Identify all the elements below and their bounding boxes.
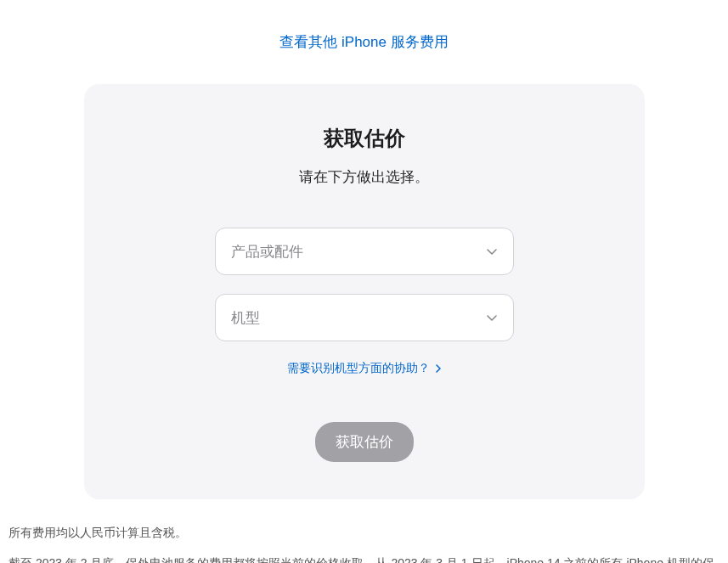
chevron-down-icon — [486, 245, 498, 257]
product-select-placeholder: 产品或配件 — [231, 242, 303, 262]
model-select-wrapper: 机型 — [215, 294, 514, 341]
get-estimate-button[interactable]: 获取估价 — [315, 422, 414, 462]
help-link-wrapper: 需要识别机型方面的协助？ — [127, 360, 602, 376]
model-select[interactable]: 机型 — [215, 294, 514, 341]
footnote-price-change-text: 截至 2023 年 2 月底，保外电池服务的费用都将按照当前的价格收取。从 20… — [8, 556, 714, 563]
top-link-wrapper: 查看其他 iPhone 服务费用 — [8, 0, 720, 84]
card-subtitle: 请在下方做出选择。 — [127, 167, 602, 187]
other-services-link[interactable]: 查看其他 iPhone 服务费用 — [279, 34, 448, 50]
chevron-down-icon — [486, 312, 498, 324]
identify-model-help-link[interactable]: 需要识别机型方面的协助？ — [287, 361, 442, 374]
button-wrapper: 获取估价 — [127, 422, 602, 462]
help-link-text: 需要识别机型方面的协助？ — [287, 361, 430, 374]
product-select-wrapper: 产品或配件 — [215, 228, 514, 275]
footnote-price-change: 截至 2023 年 2 月底，保外电池服务的费用都将按照当前的价格收取。从 20… — [8, 554, 720, 563]
estimate-card: 获取估价 请在下方做出选择。 产品或配件 机型 需要识别机型方面的协助？ — [84, 84, 645, 499]
chevron-right-icon — [436, 362, 441, 375]
model-select-placeholder: 机型 — [231, 308, 260, 328]
card-title: 获取估价 — [127, 125, 602, 152]
footnote-tax: 所有费用均以人民币计算且含税。 — [8, 523, 720, 542]
product-select[interactable]: 产品或配件 — [215, 228, 514, 275]
